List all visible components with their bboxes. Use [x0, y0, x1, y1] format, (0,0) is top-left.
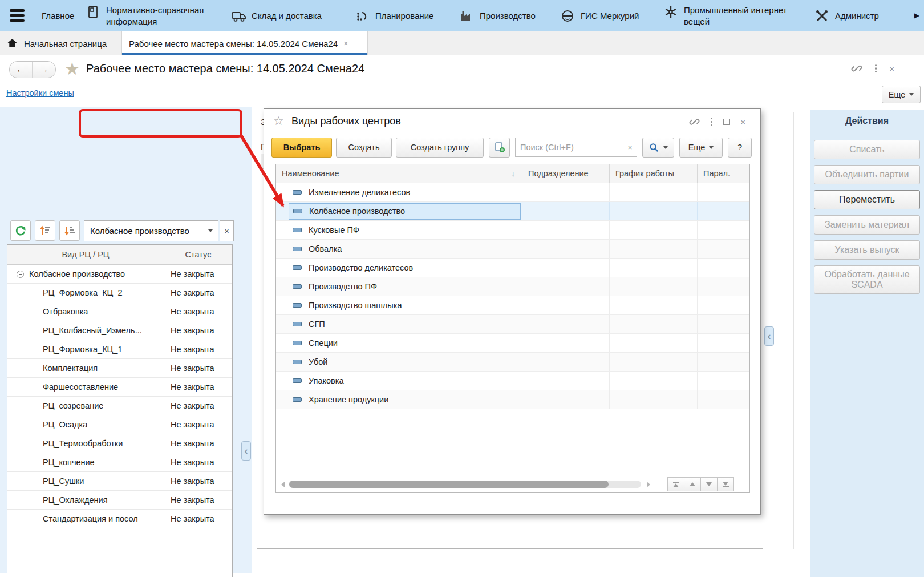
action-button[interactable]: Объединить партии — [814, 165, 920, 184]
search-clear-icon[interactable]: × — [623, 138, 637, 156]
menu-item-iot[interactable]: Промышленный интернет вещей — [663, 5, 798, 27]
list-item[interactable]: Измельчение деликатесов — [276, 183, 749, 202]
scroll-left-icon[interactable] — [281, 482, 285, 487]
back-button[interactable]: ← — [10, 62, 33, 78]
left-splitter-handle[interactable]: ‹ — [241, 441, 251, 461]
dialog-close-icon[interactable]: × — [740, 118, 745, 126]
item-name: Обвалка — [309, 244, 342, 253]
expand-all-button[interactable] — [59, 220, 80, 241]
more-button-dialog[interactable]: Еще — [679, 138, 723, 158]
table-row[interactable]: РЦ_ТермообработкиНе закрыта — [7, 434, 232, 453]
table-row[interactable]: РЦ_созреваниеНе закрыта — [7, 397, 232, 415]
action-button[interactable]: Списать — [814, 140, 920, 159]
item-name: Колбасное производство — [309, 207, 405, 216]
table-row[interactable]: ФаршесоставлениеНе закрыта — [7, 378, 232, 397]
table-row[interactable]: РЦ_СушкиНе закрыта — [7, 472, 232, 491]
menu-overflow-icon[interactable]: ▶ — [914, 11, 919, 19]
chevron-down-icon[interactable] — [203, 221, 218, 241]
scrollbar-track[interactable] — [289, 481, 641, 488]
table-row[interactable]: ОтбраковкаНе закрыта — [7, 302, 232, 321]
menu-item-admin[interactable]: Администр — [814, 9, 880, 23]
more-menu-icon[interactable] — [875, 64, 877, 73]
scroll-right-icon[interactable] — [647, 482, 650, 487]
column-department[interactable]: Подразделение — [522, 164, 610, 183]
link-icon[interactable] — [689, 116, 700, 127]
favorite-star-outline-icon[interactable]: ☆ — [273, 114, 284, 128]
action-button[interactable]: Обработать данные SCADA — [814, 265, 920, 294]
list-item[interactable]: Производство ПФ — [276, 277, 749, 296]
tab-home[interactable]: Начальная страница — [7, 31, 107, 55]
list-item[interactable]: Кусковые ПФ — [276, 221, 749, 240]
action-button[interactable]: Заменить материал — [814, 215, 920, 235]
copy-add-button[interactable] — [489, 138, 510, 158]
table-row[interactable]: РЦ_Формовка_КЦ_2Не закрыта — [7, 284, 232, 302]
go-first-button[interactable] — [667, 477, 684, 491]
rc-name: Стандартизация и посол — [43, 514, 138, 523]
go-down-button[interactable] — [700, 477, 718, 491]
column-name[interactable]: Наименование↓ — [276, 164, 522, 183]
go-last-button[interactable] — [717, 477, 734, 491]
menu-item-nsi[interactable]: Нормативно-справочная информация — [86, 5, 212, 27]
search-input[interactable] — [516, 143, 623, 152]
table-row[interactable]: РЦ_ОсадкаНе закрыта — [7, 415, 232, 434]
list-item[interactable]: Производство шашлыка — [276, 296, 749, 315]
rc-name: Отбраковка — [43, 307, 88, 316]
more-menu-icon[interactable] — [711, 118, 712, 126]
right-splitter-handle[interactable]: ‹ — [764, 326, 774, 346]
menu-item-production[interactable]: Производство — [459, 9, 536, 23]
create-button[interactable]: Создать — [336, 138, 392, 158]
table-row[interactable]: РЦ_копчениеНе закрыта — [7, 453, 232, 472]
menu-item-warehouse[interactable]: Склад и доставка — [231, 9, 322, 23]
menu-item-main[interactable]: Главное — [42, 10, 74, 22]
hamburger-menu-icon[interactable] — [10, 9, 25, 22]
truck-icon — [231, 9, 246, 23]
rc-type-filter-combo[interactable]: Колбасное производство — [84, 220, 218, 241]
table-row[interactable]: КомплектацияНе закрыта — [7, 359, 232, 378]
list-item[interactable]: Производство деликатесов — [276, 259, 749, 277]
menu-item-mercury[interactable]: ГИС Меркурий — [560, 9, 639, 23]
filter-clear-button[interactable]: × — [220, 220, 234, 241]
forward-button[interactable]: → — [33, 62, 55, 78]
maximize-icon[interactable] — [723, 119, 730, 125]
list-item[interactable]: Хранение продукции — [276, 390, 749, 409]
list-item[interactable]: СГП — [276, 315, 749, 334]
action-button[interactable]: Указать выпуск — [814, 240, 920, 260]
table-row[interactable]: РЦ_Формовка_КЦ_1Не закрыта — [7, 340, 232, 359]
list-item[interactable]: Обвалка — [276, 240, 749, 259]
more-button-top[interactable]: Еще — [882, 86, 921, 103]
tree-collapse-icon[interactable] — [17, 271, 24, 278]
table-row[interactable]: РЦ_ОхлажденияНе закрыта — [7, 491, 232, 510]
close-form-icon[interactable]: × — [889, 64, 894, 73]
create-group-button[interactable]: Создать группу — [396, 138, 484, 158]
column-parallel[interactable]: Парал. — [698, 164, 749, 183]
collapse-all-button[interactable] — [35, 220, 55, 241]
item-parallel-cell — [698, 240, 749, 258]
list-item[interactable]: Упаковка — [276, 372, 749, 390]
tab-active[interactable]: Рабочее место мастера смены: 14.05.2024 … — [121, 31, 368, 55]
item-department-cell — [522, 315, 610, 333]
list-item[interactable]: Специи — [276, 334, 749, 353]
list-item[interactable]: Убой — [276, 353, 749, 372]
column-status[interactable]: Статус — [164, 245, 232, 264]
column-rc-type[interactable]: Вид РЦ / РЦ — [7, 245, 164, 264]
shift-settings-link[interactable]: Настройки смены — [6, 88, 74, 98]
tab-close-icon[interactable]: × — [343, 39, 348, 48]
scrollbar-thumb[interactable] — [289, 481, 609, 488]
link-icon[interactable] — [851, 63, 862, 74]
table-row[interactable]: Колбасное производствоНе закрыта — [7, 265, 232, 284]
list-item-selected[interactable]: Колбасное производство — [276, 202, 749, 221]
favorite-star-icon[interactable]: ★ — [64, 59, 80, 79]
item-name-cell: Кусковые ПФ — [276, 221, 522, 239]
tab-bar: Начальная страница Рабочее место мастера… — [0, 31, 924, 55]
column-schedule[interactable]: График работы — [610, 164, 698, 183]
action-button[interactable]: Переместить — [814, 190, 920, 209]
table-row[interactable]: РЦ_Колбасный_Измель...Не закрыта — [7, 321, 232, 340]
select-button[interactable]: Выбрать — [271, 138, 332, 158]
help-button[interactable]: ? — [728, 138, 752, 158]
refresh-button[interactable] — [10, 220, 31, 241]
menu-item-planning[interactable]: Планирование — [355, 9, 433, 24]
search-options-button[interactable] — [642, 138, 674, 158]
go-up-button[interactable] — [684, 477, 701, 491]
page-title: Рабочее место мастера смены: 14.05.2024 … — [86, 62, 364, 75]
table-row[interactable]: Стандартизация и посолНе закрыта — [7, 510, 232, 528]
